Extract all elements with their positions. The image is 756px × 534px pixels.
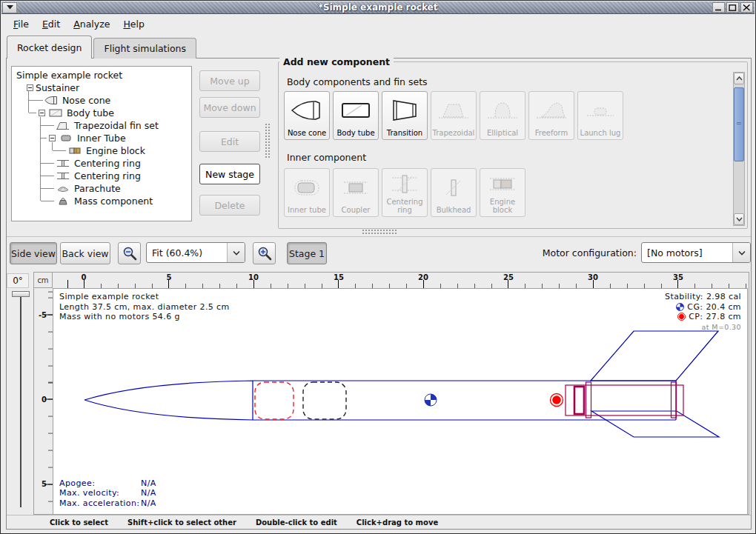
tree-item-body-tube[interactable]: Body tube bbox=[13, 107, 190, 119]
vertical-ruler: -5 0 5 bbox=[34, 288, 53, 515]
minimize-button[interactable] bbox=[712, 2, 725, 13]
edit-button: Edit bbox=[199, 131, 260, 152]
close-icon bbox=[743, 4, 751, 11]
rocket-canvas[interactable]: Simple example rocket Length 37.5 cm, ma… bbox=[53, 288, 748, 515]
flight-data-summary: Apogee:N/A Max. velocity:N/A Max. accele… bbox=[59, 478, 156, 509]
stability-info: Stability:2.98 cal CG:20.4 cm CP:27.8 cm… bbox=[665, 292, 741, 332]
tab-flight-simulations[interactable]: Flight simulations bbox=[93, 38, 196, 59]
zoom-out-button[interactable] bbox=[118, 242, 141, 264]
component-panel-scrollbar[interactable] bbox=[733, 72, 745, 226]
combo-arrow-button[interactable] bbox=[732, 243, 750, 262]
engine-block-outline bbox=[574, 387, 584, 414]
coupler-icon bbox=[339, 169, 372, 206]
tree-item-inner-tube[interactable]: Inner Tube bbox=[13, 132, 190, 144]
scroll-down-button[interactable] bbox=[734, 213, 744, 225]
component-tree[interactable]: Simple example rocket Sustainer Nose con… bbox=[11, 66, 192, 221]
title-bar[interactable]: *Simple example rocket bbox=[1, 1, 755, 14]
component-button-transition[interactable]: Transition bbox=[382, 91, 428, 140]
component-button-trapezoidal: Trapezoidal bbox=[431, 91, 477, 140]
menu-edit[interactable]: Edit bbox=[36, 16, 66, 32]
motor-configuration-combobox[interactable]: [No motors] bbox=[641, 242, 751, 263]
component-button-nose-cone[interactable]: Nose cone bbox=[284, 91, 330, 140]
tree-item-parachute[interactable]: Parachute bbox=[13, 182, 190, 195]
expander-icon[interactable] bbox=[39, 110, 45, 116]
bulkhead-icon bbox=[437, 169, 470, 206]
expander-icon[interactable] bbox=[27, 84, 33, 91]
chevron-up-icon bbox=[736, 76, 743, 81]
rotation-slider-track[interactable] bbox=[20, 293, 21, 507]
back-view-button[interactable]: Back view bbox=[60, 242, 110, 264]
stage-1-toggle[interactable]: Stage 1 bbox=[287, 242, 327, 264]
new-stage-button[interactable]: New stage bbox=[199, 164, 260, 184]
zoom-level-combobox[interactable]: Fit (60.4%) bbox=[146, 242, 245, 263]
tree-item-rocket-root[interactable]: Simple example rocket bbox=[13, 69, 190, 81]
maximize-icon bbox=[729, 4, 737, 11]
vertical-splitter-handle[interactable] bbox=[265, 123, 271, 158]
tree-item-engine-block[interactable]: Engine block bbox=[13, 144, 190, 157]
add-component-title: Add new component bbox=[279, 56, 394, 67]
zoom-in-button[interactable] bbox=[253, 242, 276, 264]
cp-legend-icon bbox=[677, 313, 686, 321]
close-button[interactable] bbox=[740, 2, 753, 13]
expander-icon[interactable] bbox=[49, 135, 56, 141]
tree-item-mass-component[interactable]: Mass component bbox=[13, 195, 190, 207]
engine-block-icon bbox=[68, 146, 82, 156]
delete-button: Delete bbox=[199, 195, 260, 216]
rocket-body-outline bbox=[84, 381, 676, 420]
elliptical-fin-icon bbox=[486, 92, 519, 129]
tree-item-trapezoidal-fin-set[interactable]: Trapezoidal fin set bbox=[13, 119, 190, 132]
status-bar: Click to select Shift+click to select ot… bbox=[7, 515, 751, 529]
centering-ring-icon bbox=[56, 158, 70, 168]
component-button-freeform: Freeform bbox=[528, 91, 574, 140]
app-window: *Simple example rocket File Edit Analyze… bbox=[0, 0, 756, 534]
body-tube-icon bbox=[339, 92, 372, 129]
scroll-up-button[interactable] bbox=[734, 73, 744, 84]
motor-configuration-label: Motor configuration: bbox=[520, 247, 637, 258]
body-tube-icon bbox=[49, 108, 62, 118]
centering-ring-icon bbox=[56, 171, 70, 181]
combo-arrow-button[interactable] bbox=[227, 243, 245, 262]
tree-item-centering-ring-2[interactable]: Centering ring bbox=[13, 170, 190, 182]
tree-item-nose-cone[interactable]: Nose cone bbox=[13, 94, 190, 107]
nose-cone-icon bbox=[44, 96, 58, 105]
component-button-launch-lug: Launch lug bbox=[577, 91, 623, 140]
cg-marker bbox=[425, 394, 437, 406]
move-down-button: Move down bbox=[199, 97, 260, 118]
body-components-label: Body components and fin sets bbox=[287, 76, 428, 87]
tree-item-sustainer[interactable]: Sustainer bbox=[13, 81, 190, 94]
chevron-down-icon bbox=[738, 250, 746, 256]
menu-file[interactable]: File bbox=[7, 16, 35, 32]
rotation-slider-handle[interactable] bbox=[12, 291, 30, 297]
rotation-angle-label: 0° bbox=[7, 273, 29, 288]
parachute-icon bbox=[56, 184, 70, 193]
transition-icon bbox=[388, 92, 421, 129]
upper-fin bbox=[591, 331, 718, 381]
zoom-level-value: Fit (60.4%) bbox=[147, 247, 227, 258]
component-button-body-tube[interactable]: Body tube bbox=[333, 91, 379, 140]
inner-tube-icon bbox=[59, 133, 73, 143]
move-up-button: Move up bbox=[199, 70, 260, 91]
section-separator bbox=[7, 236, 751, 237]
freeform-fin-icon bbox=[535, 92, 568, 129]
menu-help[interactable]: Help bbox=[117, 16, 150, 32]
horizontal-splitter-handle[interactable] bbox=[362, 229, 397, 235]
centering-ring-outline bbox=[586, 382, 591, 418]
side-view-button[interactable]: Side view bbox=[10, 242, 57, 264]
tree-item-centering-ring-1[interactable]: Centering ring bbox=[13, 157, 190, 170]
window-title: *Simple example rocket bbox=[1, 2, 755, 13]
engine-block-icon bbox=[486, 169, 519, 198]
launch-lug-icon bbox=[584, 92, 617, 129]
maximize-button[interactable] bbox=[726, 2, 739, 13]
mass-component-icon bbox=[56, 196, 70, 206]
component-button-centering-ring: Centering ring bbox=[382, 168, 428, 217]
chevron-down-icon bbox=[233, 250, 240, 256]
lower-fin bbox=[591, 411, 719, 437]
menu-bar: File Edit Analyze Help bbox=[1, 14, 755, 33]
cp-marker bbox=[551, 394, 563, 407]
ruler-unit-label: cm bbox=[34, 273, 53, 288]
menu-analyze[interactable]: Analyze bbox=[67, 16, 116, 32]
scrollbar-thumb[interactable] bbox=[734, 87, 744, 161]
tab-rocket-design[interactable]: Rocket design bbox=[7, 36, 92, 59]
component-button-engine-block: Engine block bbox=[480, 168, 525, 217]
window-menu-button[interactable] bbox=[2, 2, 17, 13]
